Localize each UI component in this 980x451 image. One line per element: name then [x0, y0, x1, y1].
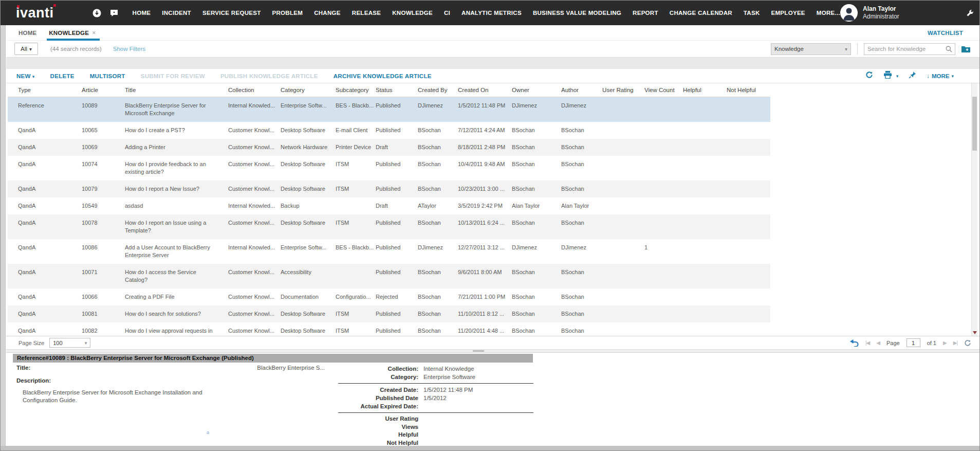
- ivanti-logo[interactable]: ivanti: [16, 6, 54, 20]
- nav-item-home[interactable]: HOME: [133, 10, 151, 16]
- column-header-created-by[interactable]: Created By: [418, 87, 458, 93]
- column-header-collection[interactable]: Collection: [228, 87, 281, 93]
- print-icon[interactable]: [883, 71, 892, 81]
- nav-item-analytic-metrics[interactable]: ANALYTIC METRICS: [461, 10, 522, 16]
- table-row-article-10066[interactable]: QandA10066Creating a PDF FileCustomer Kn…: [8, 288, 770, 305]
- scope-select[interactable]: All▾: [14, 43, 38, 55]
- first-page-button[interactable]: |◀: [865, 340, 870, 346]
- notification-icon[interactable]: [93, 9, 101, 17]
- page-number-input[interactable]: [907, 338, 920, 347]
- save-search-folder-icon[interactable]: [961, 45, 970, 52]
- nav-item-change-calendar[interactable]: CHANGE CALENDAR: [670, 10, 732, 16]
- cell-not-helpful: [727, 310, 770, 318]
- cell-subcategory: BES - Blackb...: [336, 102, 376, 117]
- last-page-button[interactable]: ▶|: [953, 340, 957, 346]
- cell-type: QandA: [18, 185, 82, 193]
- cell-not-helpful: [727, 268, 770, 284]
- cell-category: Desktop Software: [281, 160, 336, 176]
- toolbar-action-delete[interactable]: DELETE: [50, 73, 75, 79]
- search-input[interactable]: [864, 46, 946, 52]
- cell-subcategory: ITSM: [336, 219, 376, 234]
- nav-item-employee[interactable]: EMPLOYEE: [771, 10, 805, 16]
- table-row-article-10549[interactable]: QandA10549asdasdInternal Knowled...Backu…: [8, 197, 770, 214]
- nav-item-more-[interactable]: MORE...: [817, 10, 840, 16]
- column-header-user-rating[interactable]: User Rating: [602, 87, 644, 93]
- column-header-article[interactable]: Article: [82, 87, 125, 93]
- column-header-owner[interactable]: Owner: [512, 87, 561, 93]
- table-row-article-10078[interactable]: QandA10078How do I report an Issue using…: [8, 214, 770, 239]
- nav-item-report[interactable]: REPORT: [633, 10, 658, 16]
- nav-item-task[interactable]: TASK: [744, 10, 760, 16]
- vertical-scrollbar[interactable]: [971, 83, 977, 336]
- table-row-article-10065[interactable]: QandA10065How do I create a PST?Customer…: [8, 122, 770, 139]
- column-header-status[interactable]: Status: [376, 87, 418, 93]
- pin-icon[interactable]: [909, 71, 916, 81]
- table-row-article-10081[interactable]: QandA10081How do I search for solutions?…: [8, 305, 770, 322]
- column-header-author[interactable]: Author: [561, 87, 602, 93]
- watchlist-link[interactable]: WATCHLIST: [928, 30, 963, 36]
- table-row-article-10079[interactable]: QandA10079How do I report a New Issue?Cu…: [8, 181, 770, 197]
- scroll-down-arrow[interactable]: [972, 329, 977, 336]
- refresh-icon[interactable]: [865, 71, 873, 81]
- context-select[interactable]: Knowledge▾: [771, 43, 851, 55]
- column-header-not-helpful[interactable]: Not Helpful: [727, 87, 770, 93]
- tab-knowledge[interactable]: KNOWLEDGE ×: [49, 25, 96, 41]
- column-header-category[interactable]: Category: [281, 87, 336, 93]
- table-row-article-10074[interactable]: QandA10074How do I provide feedback to a…: [8, 156, 770, 181]
- toolbar-action-multisort[interactable]: MULTISORT: [90, 73, 125, 79]
- published-date-value: 1/5/2012: [423, 394, 447, 402]
- tab-home[interactable]: HOME: [19, 25, 36, 41]
- chevron-down-icon: ▾: [29, 46, 32, 52]
- cell-created-on: 10/4/2011 9:48 AM: [458, 160, 512, 176]
- user-name[interactable]: Alan Taylor: [863, 5, 899, 13]
- tab-close-icon[interactable]: ×: [92, 29, 96, 37]
- page-size-select[interactable]: 100▾: [49, 338, 90, 348]
- table-row-article-10086[interactable]: QandA10086Add a User Account to BlackBer…: [8, 239, 770, 264]
- nav-item-business-value-modeling[interactable]: BUSINESS VALUE MODELING: [533, 10, 621, 16]
- nav-item-knowledge[interactable]: KNOWLEDGE: [392, 10, 433, 16]
- table-row-article-10069[interactable]: QandA10069Adding a PrinterCustomer Knowl…: [8, 139, 770, 156]
- prev-page-button[interactable]: ◀: [876, 340, 880, 346]
- record-count: (44 search records): [50, 46, 102, 52]
- column-header-view-count[interactable]: View Count: [644, 87, 683, 93]
- column-header-helpful[interactable]: Helpful: [683, 87, 727, 93]
- toolbar-action-new[interactable]: NEW▾: [16, 73, 35, 79]
- detail-title-value: BlackBerry Enterprise S...: [257, 365, 325, 371]
- panel-splitter[interactable]: [6, 349, 979, 353]
- table-row-article-10089[interactable]: Reference10089BlackBerry Enterprise Serv…: [8, 97, 770, 122]
- stat-label-helpful: Helpful: [338, 431, 418, 439]
- splitter-handle[interactable]: [473, 350, 484, 352]
- settings-wrench-icon[interactable]: [966, 9, 974, 17]
- nav-item-incident[interactable]: INCIDENT: [162, 10, 191, 16]
- cell-status: Published: [376, 219, 418, 234]
- avatar[interactable]: [840, 4, 858, 22]
- refresh-list-icon[interactable]: [964, 339, 971, 347]
- search-icon[interactable]: [946, 46, 952, 52]
- chat-icon[interactable]: [110, 9, 118, 17]
- nav-item-ci[interactable]: CI: [444, 10, 450, 16]
- nav-item-problem[interactable]: PROBLEM: [272, 10, 303, 16]
- scrollbar-thumb[interactable]: [972, 97, 977, 151]
- column-header-type[interactable]: Type: [18, 87, 82, 93]
- nav-item-change[interactable]: CHANGE: [314, 10, 341, 16]
- toolbar-actions: NEW▾DELETEMULTISORTSUBMIT FOR REVIEWPUBL…: [16, 73, 432, 79]
- more-button[interactable]: ↓ MORE ▾: [927, 73, 954, 79]
- column-header-created-on[interactable]: Created On: [458, 87, 512, 93]
- toolbar-action-archive-knowledge-article[interactable]: ARCHIVE KNOWLEDGE ARTICLE: [334, 73, 432, 79]
- user-role: Administrator: [863, 13, 899, 21]
- next-page-button[interactable]: ▶: [943, 340, 947, 346]
- created-date-value: 1/5/2012 11:48 PM: [423, 386, 473, 394]
- cell-created-on: 11/10/2011 8:12 ...: [458, 310, 512, 318]
- show-filters-link[interactable]: Show Filters: [113, 46, 145, 52]
- chevron-down-icon[interactable]: ▾: [896, 74, 899, 79]
- column-header-title[interactable]: Title: [125, 87, 228, 93]
- cell-owner: BSochan: [512, 160, 561, 176]
- cell-view-count: [644, 185, 683, 193]
- undo-icon[interactable]: [850, 339, 859, 347]
- column-header-subcategory[interactable]: Subcategory: [336, 87, 376, 93]
- nav-item-release[interactable]: RELEASE: [352, 10, 381, 16]
- cell-view-count: [644, 310, 683, 318]
- table-row-article-10071[interactable]: QandA10071How do I access the Service Ca…: [8, 264, 770, 288]
- action-toolbar: NEW▾DELETEMULTISORTSUBMIT FOR REVIEWPUBL…: [6, 69, 979, 83]
- nav-item-service-request[interactable]: SERVICE REQUEST: [202, 10, 261, 16]
